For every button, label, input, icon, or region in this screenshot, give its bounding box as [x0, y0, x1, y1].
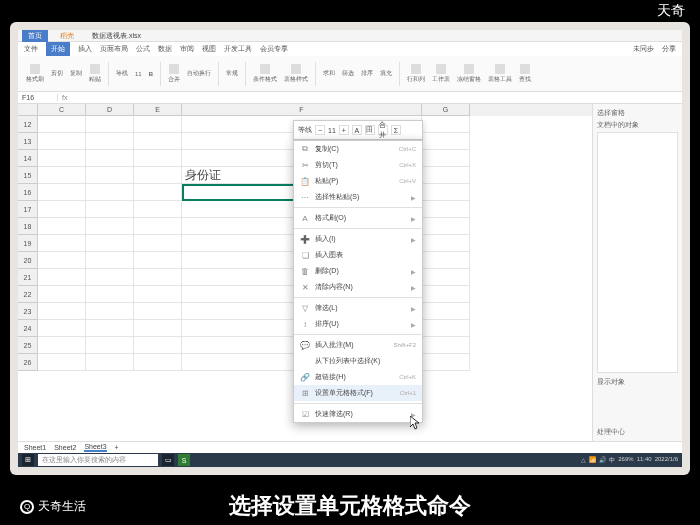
- row-header[interactable]: 13: [18, 133, 38, 150]
- name-box[interactable]: F16: [18, 94, 58, 101]
- ribbon-tblstyle[interactable]: 表格样式: [282, 63, 310, 85]
- cell[interactable]: [422, 269, 470, 286]
- row-header[interactable]: 17: [18, 201, 38, 218]
- cell[interactable]: [38, 184, 86, 201]
- ctx-item[interactable]: ➕插入(I)▶: [294, 231, 422, 247]
- ribbon-formatbrush[interactable]: 格式刷: [24, 63, 46, 85]
- cell[interactable]: [134, 337, 182, 354]
- ctx-item[interactable]: 从下拉列表中选择(K): [294, 353, 422, 369]
- ribbon-sum[interactable]: 求和: [321, 68, 337, 79]
- cell[interactable]: [86, 167, 134, 184]
- ribbon-fill[interactable]: 填充: [378, 68, 394, 79]
- cell[interactable]: [422, 167, 470, 184]
- menu-review[interactable]: 审阅: [180, 44, 194, 54]
- cell[interactable]: [134, 286, 182, 303]
- row-header[interactable]: 24: [18, 320, 38, 337]
- ribbon-merge[interactable]: 合并: [166, 63, 182, 85]
- cell[interactable]: [422, 286, 470, 303]
- row-header[interactable]: 16: [18, 184, 38, 201]
- cell[interactable]: [38, 354, 86, 371]
- ribbon-bold[interactable]: B: [147, 70, 155, 78]
- cell[interactable]: [38, 320, 86, 337]
- cell[interactable]: [422, 303, 470, 320]
- menu-data[interactable]: 数据: [158, 44, 172, 54]
- ctx-item[interactable]: ▽筛选(L)▶: [294, 300, 422, 316]
- cell[interactable]: [422, 252, 470, 269]
- cell[interactable]: [86, 235, 134, 252]
- col-header-e[interactable]: E: [134, 104, 182, 116]
- mini-size-dec[interactable]: −: [315, 125, 325, 135]
- row-header[interactable]: 25: [18, 337, 38, 354]
- cell[interactable]: [422, 184, 470, 201]
- ctx-item[interactable]: ☑快速筛选(R)▶: [294, 406, 422, 422]
- tab-document[interactable]: 数据透视表.xlsx: [86, 30, 147, 42]
- ribbon-cut[interactable]: 剪切: [49, 68, 65, 79]
- cell[interactable]: [134, 133, 182, 150]
- tray-ime[interactable]: 中: [609, 456, 615, 465]
- ctx-item[interactable]: ↕排序(U)▶: [294, 316, 422, 332]
- ctx-item[interactable]: 📋粘贴(P)Ctrl+V: [294, 173, 422, 189]
- tray-icon[interactable]: 📶: [589, 456, 596, 465]
- sheet-tab-2[interactable]: Sheet2: [54, 444, 76, 451]
- ctx-item[interactable]: 🔗超链接(H)Ctrl+K: [294, 369, 422, 385]
- cell[interactable]: [38, 269, 86, 286]
- row-header[interactable]: 14: [18, 150, 38, 167]
- row-header[interactable]: 20: [18, 252, 38, 269]
- cell[interactable]: [134, 150, 182, 167]
- cell[interactable]: [422, 150, 470, 167]
- col-header-g[interactable]: G: [422, 104, 470, 116]
- ribbon-find[interactable]: 查找: [517, 63, 533, 85]
- ctx-item[interactable]: ⊞设置单元格格式(F)Ctrl+1: [294, 385, 422, 401]
- tab-home[interactable]: 首页: [22, 30, 48, 42]
- menu-start[interactable]: 开始: [46, 42, 70, 56]
- mini-size-inc[interactable]: +: [339, 125, 349, 135]
- cell[interactable]: [86, 269, 134, 286]
- ribbon-cond[interactable]: 条件格式: [251, 63, 279, 85]
- taskbar-search[interactable]: 在这里输入你要搜索的内容: [38, 454, 158, 466]
- ctx-item[interactable]: A格式刷(O)▶: [294, 210, 422, 226]
- tray-date[interactable]: 2022/1/6: [655, 456, 678, 465]
- cell[interactable]: [134, 167, 182, 184]
- mini-border-icon[interactable]: 田: [365, 125, 375, 135]
- ribbon-size[interactable]: 11: [133, 70, 144, 78]
- cell[interactable]: [422, 133, 470, 150]
- menu-sync[interactable]: 未同步: [633, 44, 654, 54]
- menu-file[interactable]: 文件: [24, 44, 38, 54]
- cell[interactable]: [422, 116, 470, 133]
- cell[interactable]: [422, 218, 470, 235]
- cell[interactable]: [86, 354, 134, 371]
- cell[interactable]: [134, 116, 182, 133]
- cell[interactable]: [422, 235, 470, 252]
- mini-merge-icon[interactable]: 合并: [378, 125, 388, 135]
- cell[interactable]: [134, 201, 182, 218]
- cell[interactable]: [38, 201, 86, 218]
- side-bottom[interactable]: 处理中心: [597, 427, 678, 437]
- cell[interactable]: [86, 337, 134, 354]
- sheet-tab-1[interactable]: Sheet1: [24, 444, 46, 451]
- sheet-add[interactable]: +: [115, 444, 119, 451]
- cell[interactable]: [134, 354, 182, 371]
- mini-color-icon[interactable]: A: [352, 125, 362, 135]
- tray-icon[interactable]: 🔊: [599, 456, 606, 465]
- cell[interactable]: [86, 150, 134, 167]
- start-button[interactable]: ⊞: [22, 454, 34, 466]
- cell[interactable]: [86, 184, 134, 201]
- ribbon-paste[interactable]: 粘贴: [87, 63, 103, 85]
- cell[interactable]: [38, 337, 86, 354]
- ribbon-tbltools[interactable]: 表格工具: [486, 63, 514, 85]
- menu-view[interactable]: 视图: [202, 44, 216, 54]
- ctx-item[interactable]: ❏插入图表: [294, 247, 422, 263]
- cell[interactable]: [134, 235, 182, 252]
- cell[interactable]: [86, 133, 134, 150]
- row-header[interactable]: 23: [18, 303, 38, 320]
- cell[interactable]: [38, 235, 86, 252]
- ribbon-sort[interactable]: 排序: [359, 68, 375, 79]
- task-view-icon[interactable]: ▭: [162, 454, 174, 466]
- cell[interactable]: [38, 133, 86, 150]
- menu-member[interactable]: 会员专享: [260, 44, 288, 54]
- menu-share[interactable]: 分享: [662, 44, 676, 54]
- cell[interactable]: [86, 201, 134, 218]
- cell[interactable]: [86, 218, 134, 235]
- row-header[interactable]: 18: [18, 218, 38, 235]
- cell[interactable]: [422, 337, 470, 354]
